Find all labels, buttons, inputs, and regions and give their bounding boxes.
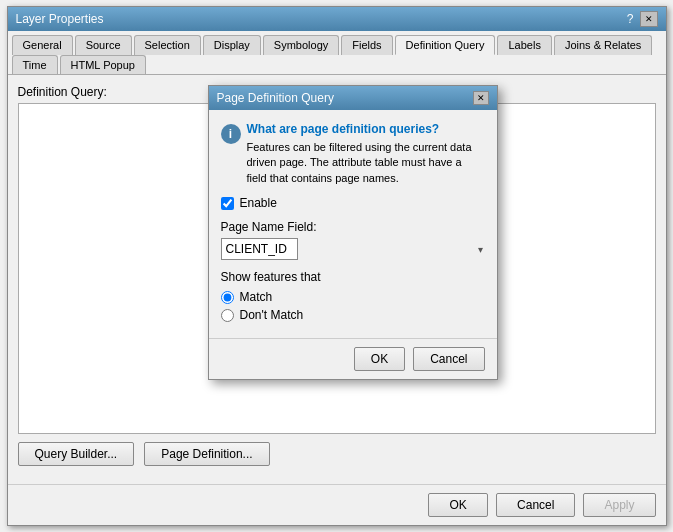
page-definition-button[interactable]: Page Definition... xyxy=(144,442,269,466)
tab-general[interactable]: General xyxy=(12,35,73,55)
dont-match-radio-row: Don't Match xyxy=(221,308,485,322)
title-bar-buttons: ? ✕ xyxy=(627,11,658,27)
query-builder-button[interactable]: Query Builder... xyxy=(18,442,135,466)
tab-time[interactable]: Time xyxy=(12,55,58,74)
dialog-footer: OK Cancel xyxy=(209,338,497,379)
dont-match-label: Don't Match xyxy=(240,308,304,322)
window-title: Layer Properties xyxy=(16,12,104,26)
match-radio-row: Match xyxy=(221,290,485,304)
main-content: Definition Query: Query Builder... Page … xyxy=(8,75,666,484)
chevron-down-icon: ▾ xyxy=(478,244,483,255)
page-name-field-label: Page Name Field: xyxy=(221,220,485,234)
tab-symbology[interactable]: Symbology xyxy=(263,35,339,55)
tab-joins-relates[interactable]: Joins & Relates xyxy=(554,35,652,55)
show-features-label: Show features that xyxy=(221,270,485,284)
tab-selection[interactable]: Selection xyxy=(134,35,201,55)
info-text: Features can be filtered using the curre… xyxy=(247,140,485,186)
info-icon: i xyxy=(221,124,241,144)
dialog-title-bar: Page Definition Query ✕ xyxy=(209,86,497,110)
info-title: What are page definition queries? xyxy=(247,122,485,136)
tab-labels[interactable]: Labels xyxy=(497,35,551,55)
tab-display[interactable]: Display xyxy=(203,35,261,55)
page-definition-dialog: Page Definition Query ✕ i What are page … xyxy=(208,85,498,380)
dialog-body: i What are page definition queries? Feat… xyxy=(209,110,497,338)
info-content: What are page definition queries? Featur… xyxy=(247,122,485,186)
dialog-close-button[interactable]: ✕ xyxy=(473,91,489,105)
layer-properties-window: Layer Properties ? ✕ General Source Sele… xyxy=(7,6,667,526)
dropdown-wrapper: CLIENT_ID NAME ID PAGE_NUM ▾ xyxy=(221,238,485,260)
match-radio[interactable] xyxy=(221,291,234,304)
tab-definition-query[interactable]: Definition Query xyxy=(395,35,496,55)
ok-button[interactable]: OK xyxy=(428,493,488,517)
bottom-buttons: OK Cancel Apply xyxy=(8,484,666,525)
apply-button[interactable]: Apply xyxy=(583,493,655,517)
enable-checkbox[interactable] xyxy=(221,197,234,210)
info-header: i What are page definition queries? Feat… xyxy=(221,122,485,186)
query-buttons: Query Builder... Page Definition... xyxy=(18,442,656,466)
match-label: Match xyxy=(240,290,273,304)
dialog-cancel-button[interactable]: Cancel xyxy=(413,347,484,371)
tabs-bar: General Source Selection Display Symbolo… xyxy=(8,31,666,75)
dont-match-radio[interactable] xyxy=(221,309,234,322)
tab-fields[interactable]: Fields xyxy=(341,35,392,55)
tab-source[interactable]: Source xyxy=(75,35,132,55)
title-bar: Layer Properties ? ✕ xyxy=(8,7,666,31)
dropdown-row: CLIENT_ID NAME ID PAGE_NUM ▾ xyxy=(221,238,485,260)
enable-label: Enable xyxy=(240,196,277,210)
page-name-field-dropdown[interactable]: CLIENT_ID NAME ID PAGE_NUM xyxy=(221,238,298,260)
cancel-button[interactable]: Cancel xyxy=(496,493,575,517)
close-button[interactable]: ✕ xyxy=(640,11,658,27)
help-question[interactable]: ? xyxy=(627,12,634,26)
tab-html-popup[interactable]: HTML Popup xyxy=(60,55,146,74)
title-bar-left: Layer Properties xyxy=(16,12,104,26)
dialog-title: Page Definition Query xyxy=(217,91,334,105)
enable-row: Enable xyxy=(221,196,485,210)
dialog-ok-button[interactable]: OK xyxy=(354,347,405,371)
